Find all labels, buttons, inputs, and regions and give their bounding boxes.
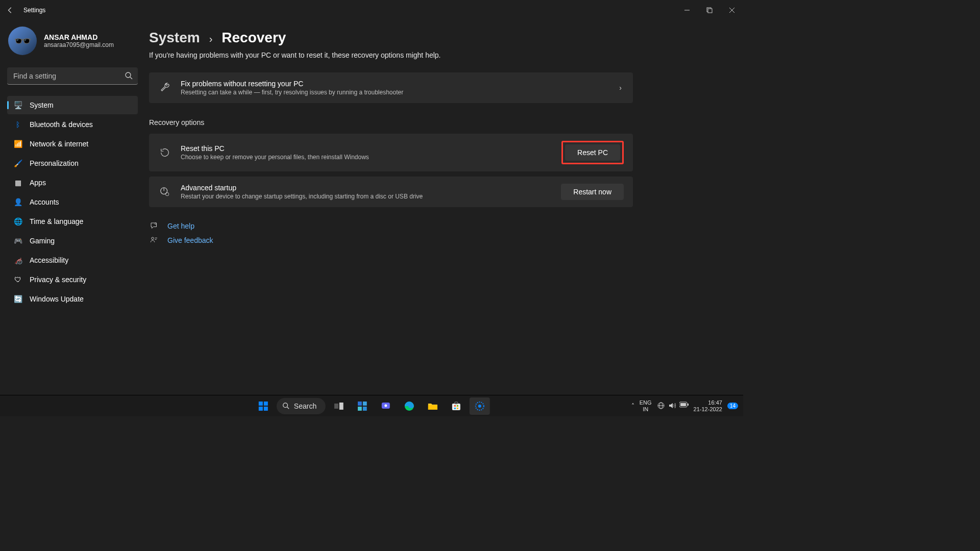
gaming-icon: 🎮 [13, 237, 22, 245]
tray-overflow-button[interactable]: ˄ [631, 403, 634, 410]
window-close-button[interactable] [721, 0, 743, 20]
svg-rect-41 [680, 403, 686, 406]
svg-line-6 [130, 77, 132, 79]
svg-rect-28 [452, 404, 460, 410]
window-maximize-button[interactable] [698, 0, 721, 20]
sidebar-item-personalization[interactable]: 🖌️Personalization [7, 154, 138, 172]
sidebar-item-label: Gaming [30, 237, 55, 245]
chevron-right-icon: › [619, 84, 624, 92]
avatar: 🕶️ [8, 27, 37, 55]
annotation-highlight: Reset PC [561, 141, 624, 164]
taskbar-app-edge[interactable] [399, 397, 420, 415]
sidebar-item-apps[interactable]: ▦Apps [7, 173, 138, 192]
chat-icon [381, 402, 390, 411]
svg-rect-23 [363, 407, 367, 411]
svg-line-17 [287, 407, 289, 409]
gear-icon [475, 401, 485, 411]
app-title: Settings [23, 7, 45, 14]
back-arrow-icon [7, 7, 14, 14]
update-icon: 🔄 [13, 295, 22, 303]
back-button[interactable] [0, 7, 20, 14]
taskbar-search[interactable]: Search [277, 398, 326, 414]
content: System › Recovery If you're having probl… [149, 20, 743, 395]
svg-rect-30 [454, 405, 456, 407]
svg-rect-20 [358, 402, 362, 406]
sidebar-item-label: Personalization [30, 159, 79, 167]
power-gear-icon [158, 186, 172, 197]
sidebar-item-label: Network & internet [30, 140, 88, 148]
search-input[interactable] [7, 67, 138, 85]
svg-rect-14 [259, 407, 263, 411]
accounts-icon: 👤 [13, 198, 22, 206]
reset-card-desc: Choose to keep or remove your personal f… [181, 154, 552, 161]
window-minimize-button[interactable] [676, 0, 698, 20]
advanced-startup-card: Advanced startup Restart your device to … [149, 177, 633, 207]
store-icon [452, 402, 461, 411]
svg-rect-22 [358, 407, 362, 411]
sidebar-item-accessibility[interactable]: 🦽Accessibility [7, 251, 138, 269]
taskbar-search-label: Search [294, 402, 316, 410]
fix-problems-card[interactable]: Fix problems without resetting your PC R… [149, 72, 633, 103]
sidebar-item-accounts[interactable]: 👤Accounts [7, 193, 138, 211]
sidebar-item-gaming[interactable]: 🎮Gaming [7, 232, 138, 250]
taskbar-app-store[interactable] [446, 397, 467, 415]
volume-icon[interactable] [668, 402, 676, 411]
svg-rect-33 [457, 408, 458, 409]
svg-rect-21 [363, 402, 367, 406]
feedback-icon [149, 236, 159, 245]
svg-point-16 [283, 403, 288, 407]
sidebar-item-time[interactable]: 🌐Time & language [7, 212, 138, 231]
network-icon[interactable] [657, 402, 665, 411]
advanced-card-desc: Restart your device to change startup se… [181, 193, 552, 200]
sidebar-item-system[interactable]: 🖥️System [7, 96, 138, 114]
sidebar-item-network[interactable]: 📶Network & internet [7, 135, 138, 153]
apps-icon: ▦ [13, 179, 22, 187]
section-title: Recovery options [149, 118, 725, 127]
minimize-icon [684, 7, 690, 13]
reset-card-title: Reset this PC [181, 144, 552, 153]
reset-icon [158, 147, 172, 158]
fix-card-title: Fix problems without resetting your PC [181, 80, 610, 88]
sidebar-item-update[interactable]: 🔄Windows Update [7, 290, 138, 308]
widgets-icon [358, 402, 367, 411]
svg-rect-12 [259, 402, 263, 406]
close-icon [729, 7, 735, 13]
battery-icon[interactable] [679, 402, 689, 411]
task-view-button[interactable] [329, 397, 349, 415]
restart-now-button[interactable]: Restart now [561, 184, 624, 200]
taskbar-app-widgets[interactable] [352, 397, 373, 415]
network-icon: 📶 [13, 140, 22, 148]
taskbar-app-explorer[interactable] [423, 397, 443, 415]
give-feedback-link[interactable]: Give feedback [167, 236, 213, 244]
privacy-icon: 🛡 [13, 276, 22, 284]
reset-pc-button[interactable]: Reset PC [565, 144, 620, 161]
svg-rect-27 [428, 405, 437, 410]
wrench-icon [158, 82, 172, 93]
sidebar-item-privacy[interactable]: 🛡Privacy & security [7, 270, 138, 289]
time-icon: 🌐 [13, 217, 22, 226]
sidebar: 🕶️ ANSAR AHMAD ansaraa7095@gmail.com 🖥️S… [0, 20, 145, 395]
get-help-link[interactable]: Get help [167, 222, 194, 230]
taskbar-app-chat[interactable] [376, 397, 396, 415]
search-wrap [7, 67, 138, 85]
start-button[interactable] [253, 397, 274, 415]
chevron-right-icon: › [209, 33, 213, 45]
svg-point-11 [152, 237, 154, 240]
clock[interactable]: 16:47 21-12-2022 [694, 399, 722, 412]
header-subtitle: If you're having problems with your PC o… [149, 51, 725, 59]
reset-pc-card: Reset this PC Choose to keep or remove y… [149, 134, 633, 171]
sidebar-item-bluetooth[interactable]: ᛒBluetooth & devices [7, 115, 138, 134]
language-indicator[interactable]: ENG IN [640, 399, 652, 412]
titlebar: Settings [0, 0, 743, 20]
svg-point-5 [126, 72, 131, 78]
notification-badge[interactable]: 14 [727, 403, 738, 409]
taskbar-app-settings[interactable] [470, 397, 490, 415]
breadcrumb-parent[interactable]: System [149, 30, 200, 46]
svg-rect-2 [708, 9, 712, 13]
sidebar-item-label: Accounts [30, 198, 59, 206]
sidebar-item-label: Bluetooth & devices [30, 120, 93, 129]
svg-point-25 [385, 404, 387, 407]
search-icon [125, 71, 133, 82]
user-block[interactable]: 🕶️ ANSAR AHMAD ansaraa7095@gmail.com [7, 27, 138, 55]
sidebar-item-label: Privacy & security [30, 276, 86, 284]
